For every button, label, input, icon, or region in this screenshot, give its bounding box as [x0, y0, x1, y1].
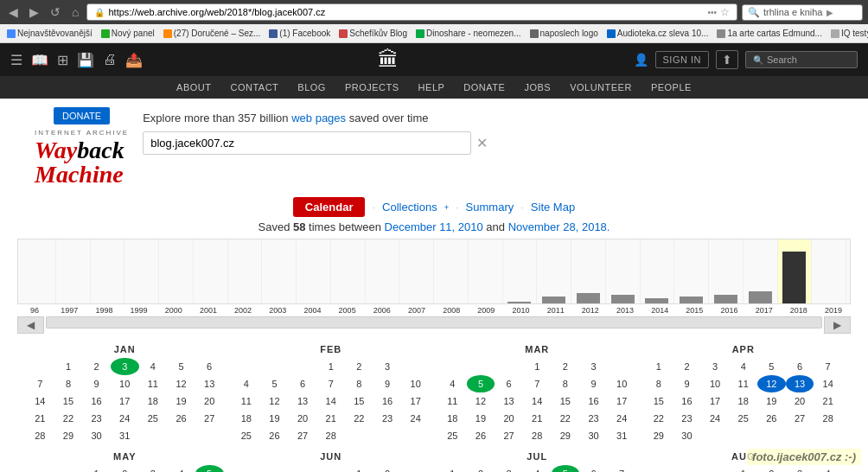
bookmark-item[interactable]: Schefíkův Blog: [335, 28, 411, 39]
timeline-year-col[interactable]: [606, 239, 641, 303]
timeline-left-arrow[interactable]: ◀: [17, 316, 44, 334]
year-label[interactable]: 2018: [782, 306, 816, 315]
timeline-year-col[interactable]: [641, 239, 675, 303]
month-calendar: MAY123456789101112: [26, 451, 224, 472]
refresh-btn[interactable]: ↺: [47, 3, 64, 21]
collections-link[interactable]: Collections: [382, 201, 437, 214]
timeline-year-col[interactable]: [399, 239, 434, 303]
calendar-tab-active[interactable]: Calendar: [293, 197, 366, 217]
sign-in-button[interactable]: SIGN IN: [655, 51, 709, 68]
bookmark-item[interactable]: Nejnavštěvovanější: [3, 28, 96, 39]
bookmark-item[interactable]: 1a arte cartas Edmund...: [713, 28, 826, 39]
cal-day[interactable]: 12: [757, 375, 786, 392]
timeline-right-arrow[interactable]: ▶: [824, 316, 851, 334]
bookmark-item[interactable]: Dinoshare - neomezen...: [412, 28, 525, 39]
timeline-year-col[interactable]: [331, 239, 366, 303]
year-label[interactable]: 2014: [642, 306, 677, 315]
cal-day[interactable]: 5: [195, 465, 224, 472]
year-label[interactable]: 2009: [469, 306, 503, 315]
nav-blog[interactable]: BLOG: [297, 82, 326, 92]
nav-help[interactable]: HELP: [418, 82, 445, 92]
browser-search-box[interactable]: 🔍 trhlina e kniha ▶: [742, 4, 863, 21]
nav-contact[interactable]: CONTACT: [230, 82, 278, 92]
url-clear-btn[interactable]: ✕: [476, 135, 488, 151]
nav-about[interactable]: ABOUT: [176, 82, 211, 92]
donate-button[interactable]: DONATE: [54, 107, 110, 124]
year-label[interactable]: 2012: [573, 306, 608, 315]
nav-people[interactable]: PEOPLE: [651, 82, 692, 92]
timeline-year-col[interactable]: [194, 239, 228, 303]
timeline-year-col[interactable]: [159, 239, 194, 303]
nav-volunteer[interactable]: VOLUNTEER: [570, 82, 632, 92]
timeline-scrollbar[interactable]: [46, 316, 822, 328]
timeline-year-col[interactable]: [744, 239, 778, 303]
year-label[interactable]: 2013: [608, 306, 642, 315]
year-label[interactable]: 2015: [677, 306, 712, 315]
year-label[interactable]: 2002: [226, 306, 260, 315]
year-label[interactable]: 2006: [365, 306, 399, 315]
bookmark-item[interactable]: naposlech logo: [527, 28, 602, 39]
timeline-year-col[interactable]: [709, 239, 744, 303]
timeline-year-col[interactable]: [228, 239, 263, 303]
back-btn[interactable]: ◀: [5, 3, 22, 21]
timeline-year-col[interactable]: [91, 239, 125, 303]
year-label[interactable]: 2011: [539, 306, 573, 315]
year-label[interactable]: 2016: [712, 306, 746, 315]
home-btn[interactable]: ⌂: [68, 3, 82, 21]
menu-icon[interactable]: ☰: [10, 52, 22, 68]
timeline-year-col[interactable]: [537, 239, 571, 303]
bookmark-item[interactable]: (27) Doručené – Sez...: [160, 28, 265, 39]
print-icon[interactable]: 🖨: [103, 52, 117, 67]
cal-day[interactable]: 5: [467, 375, 495, 392]
timeline-year-col[interactable]: [812, 239, 846, 303]
year-label[interactable]: 2004: [295, 306, 329, 315]
timeline-year-col[interactable]: [124, 239, 159, 303]
upload-button[interactable]: ⬆: [716, 50, 738, 69]
year-label[interactable]: 1998: [86, 306, 121, 315]
nav-jobs[interactable]: JOBS: [524, 82, 551, 92]
year-label[interactable]: 2017: [747, 306, 782, 315]
cal-day[interactable]: 3: [111, 358, 139, 375]
sitemap-link[interactable]: Site Map: [531, 201, 575, 214]
year-label[interactable]: 96: [17, 306, 52, 315]
nav-projects[interactable]: PROJECTS: [345, 82, 399, 92]
bookmark-item[interactable]: Nový panel: [98, 28, 158, 39]
cal-day[interactable]: 5: [552, 465, 580, 472]
timeline-year-col[interactable]: [778, 239, 813, 303]
year-label[interactable]: 2010: [503, 306, 538, 315]
address-bar[interactable]: 🔒 https://web.archive.org/web/2018*/blog…: [86, 3, 737, 21]
timeline-year-col[interactable]: [503, 239, 538, 303]
archive-search-box[interactable]: 🔍 Search: [745, 51, 858, 68]
year-label[interactable]: 2005: [330, 306, 365, 315]
share-icon[interactable]: 📤: [125, 52, 143, 68]
year-label[interactable]: 1997: [52, 306, 86, 315]
year-label[interactable]: 2007: [399, 306, 434, 315]
timeline-year-col[interactable]: [571, 239, 606, 303]
year-label[interactable]: 2019: [816, 306, 851, 315]
timeline-year-col[interactable]: [262, 239, 297, 303]
year-label[interactable]: 2008: [434, 306, 469, 315]
year-label[interactable]: 1999: [122, 306, 156, 315]
url-input[interactable]: [143, 131, 471, 155]
year-label[interactable]: 2001: [191, 306, 226, 315]
cal-grid: 1234567891011121314151617181920212223242…: [26, 358, 224, 444]
save-icon[interactable]: 💾: [77, 52, 94, 68]
grid-icon[interactable]: ⊞: [57, 52, 68, 68]
timeline-year-col[interactable]: [297, 239, 331, 303]
bookmark-item[interactable]: (1) Facebook: [265, 28, 334, 39]
timeline-year-col[interactable]: [674, 239, 709, 303]
timeline-year-col[interactable]: [56, 239, 91, 303]
bookmark-item[interactable]: Audioteka.cz sleva 10...: [603, 28, 712, 39]
cal-day[interactable]: 13: [786, 375, 814, 392]
book-icon[interactable]: 📖: [31, 52, 48, 68]
summary-link[interactable]: Summary: [466, 201, 514, 214]
forward-btn[interactable]: ▶: [26, 3, 42, 21]
timeline-year-col[interactable]: [366, 239, 400, 303]
year-label[interactable]: 2003: [260, 306, 295, 315]
nav-donate[interactable]: DONATE: [463, 82, 505, 92]
bookmark-item[interactable]: IQ testy - Předškoláci -...: [827, 28, 868, 39]
timeline-year-col[interactable]: [434, 239, 469, 303]
timeline-year-col[interactable]: [469, 239, 503, 303]
year-label[interactable]: 2000: [156, 306, 191, 315]
timeline-year-col[interactable]: [22, 239, 56, 303]
